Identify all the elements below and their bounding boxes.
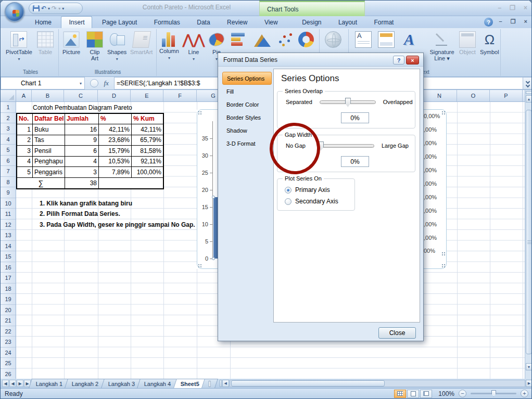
clip-art-button[interactable]: Clip Art [86,31,103,61]
instruction-line[interactable]: 1. Klik kanan grafik batang biru [40,198,132,209]
secondary-axis-radio[interactable] [285,198,292,205]
shapes-button[interactable]: Shapes ▾ [107,31,126,62]
tab-page-layout[interactable]: Page Layout [95,17,144,29]
cell[interactable]: 65,79% [132,135,163,146]
column-header-N[interactable]: N [422,90,457,101]
tab-data[interactable]: Data [189,17,217,29]
scroll-left-icon[interactable]: ◀ [222,380,229,387]
row-header[interactable]: 8 [1,177,16,188]
cell[interactable]: 1 [17,124,33,135]
smartart-button[interactable]: SmartArt [130,31,153,55]
cell[interactable]: 16 [65,124,99,135]
cell[interactable] [99,178,163,189]
column-header-C[interactable]: C [64,90,98,101]
row-header[interactable]: 3 [1,123,16,134]
nav-border-color[interactable]: Border Color [222,98,272,111]
line-chart-button[interactable]: ⋀⋀ Line ▾ [185,31,202,62]
dialog-title-bar[interactable]: Format Data Series [218,53,423,67]
nav-series-options[interactable]: Series Options [222,72,272,85]
series-overlap-value-input[interactable] [341,112,369,123]
redo-dropdown-icon[interactable]: ▾ [58,6,60,11]
column-chart-button[interactable]: Column ▾ [159,31,179,61]
cell[interactable]: 4 [17,157,33,167]
zoom-in-icon[interactable]: + [521,390,528,397]
split-handle[interactable] [220,380,222,387]
instruction-line[interactable]: 2. Pilih Format Data Series. [40,209,120,219]
tab-formulas[interactable]: Formulas [147,17,187,29]
cell[interactable]: 7,89% [99,167,132,177]
tab-design[interactable]: Design [295,17,328,29]
dialog-close-icon[interactable]: × [406,56,419,65]
workbook-minimize-icon[interactable]: – [499,18,502,25]
other-charts-button[interactable] [298,31,314,48]
normal-view-button[interactable] [394,390,406,398]
zoom-level[interactable]: 100% [438,390,454,397]
cell[interactable]: Buku [33,124,65,135]
tab-view[interactable]: View [257,17,285,29]
column-header-D[interactable]: D [98,90,131,101]
horizontal-scrollbar[interactable]: ◀ ▶ [220,379,532,388]
select-all-corner[interactable] [1,90,16,101]
insert-worksheet-tab[interactable] [201,379,218,388]
row-header[interactable]: 7 [1,166,16,177]
header-cell[interactable]: No. [17,114,33,124]
hyperlink-button[interactable] [325,31,341,48]
next-sheet-icon[interactable]: ▶ [17,380,23,387]
vscroll-thumb[interactable] [526,110,532,354]
gap-width-value-input[interactable] [341,156,369,167]
header-footer-button[interactable] [378,31,395,48]
area-chart-button[interactable] [254,31,271,48]
name-box-dropdown-icon[interactable]: ▾ [80,81,84,86]
row-header[interactable]: 26 [1,369,16,380]
row-header[interactable]: 22 [1,326,16,337]
redo-icon[interactable]: ↷ [52,5,57,12]
sum-symbol[interactable]: ∑ [17,178,65,189]
sheet-tab-langkah2[interactable]: Langkah 2 [65,379,106,388]
name-box-input[interactable] [1,80,80,87]
gap-width-slider[interactable] [318,144,374,148]
cell[interactable]: 81,58% [132,146,163,156]
minimize-icon[interactable]: – [498,4,502,11]
row-header[interactable]: 12 [1,220,16,230]
cell[interactable]: 4 [65,157,99,167]
row-header[interactable]: 21 [1,315,16,326]
cell[interactable]: 9 [65,135,99,146]
header-cell[interactable]: % Kum [132,114,163,124]
cell[interactable]: 2 [17,135,33,146]
zoom-slider-thumb[interactable] [491,390,496,397]
scroll-up-icon[interactable]: ▲ [526,95,532,102]
column-header-O[interactable]: O [457,90,490,101]
tab-format[interactable]: Format [366,17,401,29]
row-header[interactable]: 19 [1,294,16,305]
close-button[interactable]: Close [378,327,416,339]
nav-shadow[interactable]: Shadow [222,124,272,137]
picture-button[interactable]: Picture [62,31,80,55]
cell[interactable]: 92,11% [132,157,163,167]
cell[interactable]: 6 [65,146,99,156]
column-header-P[interactable]: P [490,90,523,101]
nav-fill[interactable]: Fill [222,85,272,98]
nav-3d-format[interactable]: 3-D Format [222,137,272,150]
column-header-A[interactable]: A [16,90,32,101]
series-overlap-slider-thumb[interactable] [345,98,351,107]
office-button[interactable] [5,2,24,22]
cell[interactable]: Penggaris [33,167,65,177]
signature-line-button[interactable]: Signature Line ▾ [426,31,458,61]
header-cell[interactable]: % [99,114,132,124]
cell-title-text[interactable]: Contoh Pembuatan Diagram Pareto [33,102,132,113]
cell[interactable]: 3 [65,167,99,177]
undo-icon[interactable]: ↶ [41,5,46,12]
cell[interactable]: 42,11% [99,124,132,135]
cell[interactable]: 10,53% [99,157,132,167]
object-button[interactable]: Object [459,31,476,55]
sum-value[interactable]: 38 [65,178,99,189]
row-header[interactable]: 1 [1,102,16,113]
row-header[interactable]: 14 [1,241,16,252]
cancel-entry-icon[interactable] [90,79,98,87]
restore-icon[interactable]: ❐ [510,4,515,11]
cell[interactable]: 42,11% [132,124,163,135]
name-box[interactable]: ▾ [1,77,85,89]
dialog-help-button[interactable]: ? [393,56,404,65]
text-box-button[interactable] [355,31,372,48]
symbol-button[interactable]: Ω Symbol [480,31,499,55]
